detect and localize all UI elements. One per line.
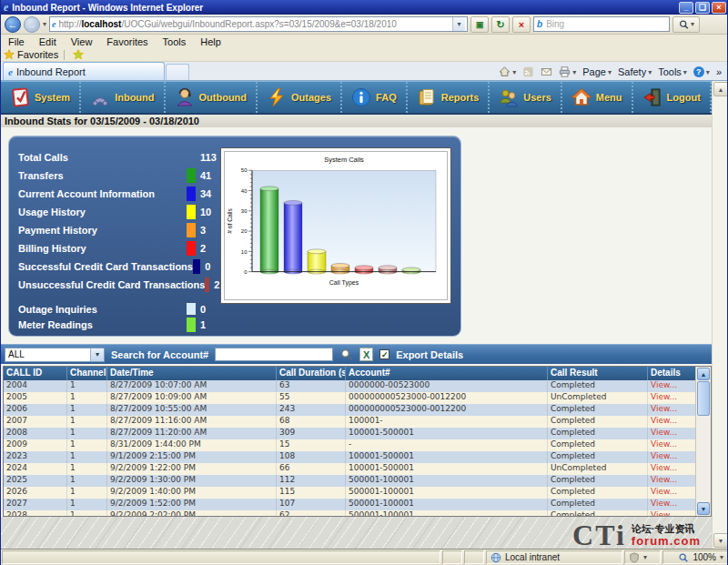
search-input[interactable]: b Bing — [533, 16, 670, 32]
nav-item-system[interactable]: System — [1, 82, 81, 113]
export-excel-icon[interactable]: X — [359, 348, 373, 361]
dropdown-arrow-icon[interactable]: ▾ — [90, 348, 104, 361]
app-nav-bar: SystemInboundOutboundOutagesFAQReportsUs… — [1, 81, 712, 113]
restore-button[interactable]: ❏ — [695, 2, 710, 14]
page-scrollbar[interactable]: ▲ ▼ — [712, 81, 728, 549]
url-dropdown-icon[interactable]: ▾ — [452, 17, 465, 31]
bing-logo-icon: b — [537, 19, 542, 29]
view-details-link[interactable]: View... — [648, 510, 697, 517]
table-cell: 2026 — [4, 487, 67, 499]
search-button[interactable]: ▾ — [672, 16, 700, 33]
stat-color-chip — [187, 318, 196, 332]
zoom-level: 100% — [693, 552, 716, 562]
column-header-0: CALL ID — [4, 367, 67, 380]
refresh-button[interactable]: ↻ — [491, 16, 510, 33]
column-header-5: Call Result — [548, 367, 648, 380]
table-cell: Completed — [548, 510, 648, 517]
table-cell: Completed — [548, 404, 648, 416]
dropdown-value: ALL — [5, 349, 90, 359]
compatibility-view-button[interactable]: ▣ — [470, 16, 489, 33]
nav-item-inbound[interactable]: Inbound — [81, 82, 165, 113]
nav-item-users[interactable]: Users — [490, 82, 562, 113]
nav-item-faq[interactable]: FAQ — [342, 82, 408, 113]
menu-item-tools[interactable]: Tools — [156, 36, 194, 47]
watermark-brand: CTi — [572, 521, 626, 549]
table-cell: 68 — [277, 416, 346, 428]
table-row: 202519/2/2009 1:30:00 PM112500001-100001… — [4, 475, 711, 487]
address-bar: ← → ▾ e http://localhost/UOCGui/webgui/I… — [1, 15, 728, 35]
nav-item-outages[interactable]: Outages — [258, 82, 342, 113]
view-details-link[interactable]: View... — [648, 404, 697, 416]
minimize-button[interactable]: _ — [679, 2, 693, 14]
menu-item-help[interactable]: Help — [193, 36, 228, 47]
back-button[interactable]: ← — [5, 16, 21, 33]
view-details-link[interactable]: View... — [648, 428, 697, 439]
view-details-link[interactable]: View... — [648, 451, 697, 463]
feeds-button[interactable] — [522, 66, 534, 77]
page-menu-button[interactable]: Page▾ — [582, 66, 612, 77]
safety-menu-button[interactable]: Safety▾ — [618, 66, 652, 77]
menu-item-favorites[interactable]: Favorites — [99, 36, 155, 47]
nav-item-reports[interactable]: Reports — [408, 82, 490, 113]
tab-inbound-report[interactable]: e Inbound Report — [3, 62, 165, 80]
printer-icon — [559, 66, 571, 77]
zoom-control[interactable]: 100% ▾ — [662, 550, 728, 564]
stat-label: Payment History — [18, 225, 187, 236]
stat-row: Unsuccessful Credit Card Transactions2 — [18, 276, 228, 294]
home-button[interactable]: ▾ — [499, 66, 516, 77]
protected-mode-cell[interactable]: ▾ — [624, 550, 661, 564]
table-cell: 2005 — [4, 392, 67, 404]
read-mail-button[interactable] — [541, 66, 552, 77]
nav-item-logout[interactable]: Logout — [633, 82, 712, 113]
forward-button[interactable]: → — [24, 16, 40, 33]
view-details-link[interactable]: View... — [648, 499, 697, 510]
nav-label: Outages — [291, 92, 331, 103]
view-details-link[interactable]: View... — [648, 416, 697, 428]
account-search-input[interactable] — [215, 348, 333, 361]
history-dropdown-icon[interactable]: ▾ — [43, 20, 46, 28]
close-button[interactable]: × — [712, 2, 726, 14]
scroll-up-icon[interactable]: ▲ — [697, 368, 710, 380]
url-field[interactable]: e http://localhost/UOCGui/webgui/Inbound… — [49, 16, 468, 32]
new-tab-stub[interactable] — [166, 64, 189, 80]
view-details-link[interactable]: View... — [648, 439, 697, 451]
scrollbar-thumb[interactable] — [697, 381, 710, 416]
favorites-button[interactable]: Favorites — [17, 49, 58, 60]
export-details-checkbox[interactable]: ✓ — [379, 349, 389, 359]
view-details-link[interactable]: View... — [648, 392, 697, 404]
menu-item-edit[interactable]: Edit — [32, 36, 64, 47]
table-cell: 9/1/2009 2:15:00 PM — [107, 451, 277, 463]
scroll-down-icon[interactable]: ▼ — [697, 502, 710, 515]
view-details-link[interactable]: View... — [648, 463, 697, 475]
menu-item-view[interactable]: View — [64, 36, 100, 47]
print-button[interactable]: ▾ — [559, 66, 576, 77]
table-cell: 100001-500001 — [346, 428, 548, 439]
table-scrollbar[interactable]: ▲ ▼ — [695, 367, 711, 516]
help-button[interactable]: ?▾ — [693, 66, 710, 77]
page-scroll-down-icon[interactable]: ▼ — [713, 533, 728, 548]
nav-item-menu[interactable]: Menu — [562, 82, 633, 113]
view-details-link[interactable]: View... — [648, 475, 697, 487]
search-account-icon[interactable] — [339, 348, 353, 361]
tools-menu-button[interactable]: Tools▾ — [658, 66, 687, 77]
table-cell: 500001-100001 — [346, 510, 548, 517]
menu-item-file[interactable]: File — [1, 36, 32, 47]
stats-panel: Total Calls113Transfers41Current Account… — [8, 136, 461, 337]
stat-row: Transfers41 — [18, 166, 228, 185]
view-details-link[interactable]: View... — [648, 487, 697, 499]
zoom-magnifier-icon — [678, 552, 689, 563]
nav-item-outbound[interactable]: Outbound — [166, 82, 258, 113]
call-type-dropdown[interactable]: ALL ▾ — [5, 348, 105, 362]
magnifier-icon — [678, 19, 690, 30]
column-header-3: Call Duration (sec) — [277, 367, 346, 380]
status-cell — [464, 550, 484, 564]
table-cell: 1 — [67, 487, 107, 499]
toolbar-overflow-chevron[interactable]: » — [716, 66, 722, 77]
table-cell: 2004 — [4, 380, 67, 392]
search-options-icon[interactable]: ▾ — [691, 20, 694, 28]
view-details-link[interactable]: View... — [648, 380, 697, 392]
page-scroll-up-icon[interactable]: ▲ — [713, 82, 728, 96]
add-favorite-icon[interactable] — [73, 49, 84, 60]
table-cell: 8/27/2009 10:55:00 AM — [107, 404, 277, 416]
stop-button[interactable]: × — [512, 16, 531, 33]
